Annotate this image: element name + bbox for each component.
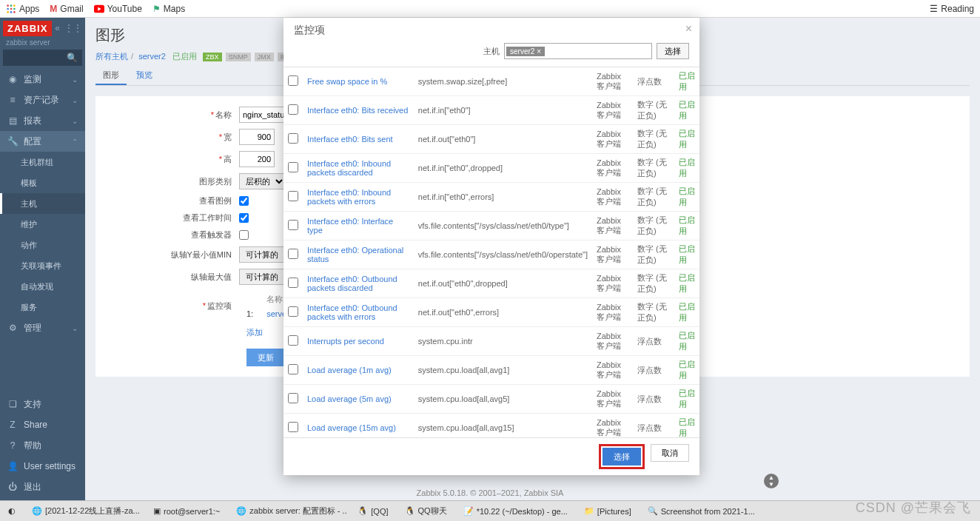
- row-checkbox[interactable]: [288, 75, 298, 86]
- row-checkbox[interactable]: [288, 422, 298, 432]
- taskbar-item[interactable]: ▣root@server1:~: [147, 502, 226, 520]
- subnav-maintenance[interactable]: 维护: [0, 214, 85, 235]
- row-checkbox[interactable]: [288, 335, 298, 346]
- item-name[interactable]: Interrupts per second: [303, 327, 414, 356]
- item-name[interactable]: Interface eth0: Outbound packets discard…: [303, 269, 414, 298]
- item-name[interactable]: Interface eth0: Outbound packets with er…: [303, 298, 414, 327]
- subnav-hostgroups[interactable]: 主机群组: [0, 152, 85, 172]
- nav-user[interactable]: 👤User settings: [0, 456, 85, 477]
- item-name[interactable]: Interface eth0: Bits received: [303, 96, 414, 125]
- gmail-shortcut[interactable]: MGmail: [50, 4, 83, 14]
- table-row[interactable]: Interface eth0: Interface typevfs.file.c…: [283, 212, 699, 241]
- table-row[interactable]: Interface eth0: Outbound packets discard…: [283, 269, 699, 298]
- item-name[interactable]: Load average (1m avg): [303, 356, 414, 385]
- width-input[interactable]: [239, 129, 275, 145]
- update-button[interactable]: 更新: [246, 349, 285, 366]
- collapse-icon[interactable]: «: [55, 23, 60, 33]
- table-row[interactable]: Interface eth0: Inbound packets discarde…: [283, 154, 699, 183]
- item-name[interactable]: Free swap space in %: [303, 67, 414, 96]
- select-button[interactable]: 选择: [603, 448, 641, 465]
- sidebar: ZABBIX «⋮⋮ zabbix server 🔍 ◉监测⌄ ≡资产记录⌄ ▤…: [0, 18, 85, 500]
- subnav-discovery[interactable]: 自动发现: [0, 276, 85, 297]
- nav-support[interactable]: ❑支持: [0, 394, 85, 414]
- legend-checkbox[interactable]: [239, 196, 249, 206]
- taskbar-item[interactable]: 🌐zabbix server: 配置图标 - ...: [229, 502, 348, 520]
- worktime-checkbox[interactable]: [239, 213, 249, 223]
- item-name[interactable]: Interface eth0: Inbound packets with err…: [303, 183, 414, 212]
- menu-icon[interactable]: ⋮⋮: [64, 23, 82, 33]
- subnav-services[interactable]: 服务: [0, 297, 85, 317]
- taskbar-item[interactable]: 🔍Screenshot from 2021-1...: [641, 502, 759, 520]
- row-checkbox[interactable]: [288, 364, 298, 374]
- host-select-button[interactable]: 选择: [657, 43, 689, 59]
- table-row[interactable]: Interface eth0: Inbound packets with err…: [283, 183, 699, 212]
- remove-tag-icon[interactable]: ×: [537, 47, 541, 56]
- row-checkbox[interactable]: [288, 104, 298, 115]
- graphtype-select[interactable]: 层积的: [239, 173, 286, 189]
- item-status: 已启用: [674, 356, 699, 385]
- table-row[interactable]: Interface eth0: Bits receivednet.if.in["…: [283, 96, 699, 125]
- taskbar-item[interactable]: 🌐[2021-12-22线上直播-za...: [25, 502, 144, 520]
- row-checkbox[interactable]: [288, 278, 298, 288]
- table-row[interactable]: Load average (5m avg)system.cpu.load[all…: [283, 385, 699, 414]
- row-checkbox[interactable]: [288, 306, 298, 317]
- taskbar-item[interactable]: 🐧[QQ]: [351, 502, 395, 520]
- cancel-button[interactable]: 取消: [651, 444, 689, 462]
- youtube-shortcut[interactable]: YouTube: [94, 4, 142, 14]
- row-checkbox[interactable]: [288, 393, 298, 403]
- item-name[interactable]: Interface eth0: Bits sent: [303, 125, 414, 154]
- row-checkbox[interactable]: [288, 249, 298, 259]
- nav-inventory[interactable]: ≡资产记录⌄: [0, 90, 85, 110]
- sidebar-search[interactable]: 🔍: [3, 50, 82, 66]
- subnav-templates[interactable]: 模板: [0, 172, 85, 193]
- item-name[interactable]: Interface eth0: Interface type: [303, 212, 414, 241]
- item-name[interactable]: Interface eth0: Inbound packets discarde…: [303, 154, 414, 183]
- item-name[interactable]: Interface eth0: Operational status: [303, 241, 414, 269]
- apps-shortcut[interactable]: Apps: [6, 4, 39, 14]
- table-row[interactable]: Interface eth0: Bits sentnet.if.out["eth…: [283, 125, 699, 154]
- taskbar-item[interactable]: 📁[Pictures]: [577, 502, 638, 520]
- item-type: 数字 (无正负): [633, 183, 674, 212]
- item-name[interactable]: Load average (5m avg): [303, 385, 414, 414]
- table-row[interactable]: Interrupts per secondsystem.cpu.intrZabb…: [283, 327, 699, 356]
- nav-monitoring[interactable]: ◉监测⌄: [0, 69, 85, 90]
- maps-shortcut[interactable]: ⚑Maps: [152, 4, 185, 14]
- reading-list[interactable]: ☰Reading: [930, 4, 974, 14]
- crumb-server[interactable]: server2: [138, 52, 166, 61]
- item-type: 浮点数: [633, 356, 674, 385]
- item-name[interactable]: Load average (15m avg): [303, 414, 414, 438]
- nav-logout[interactable]: ⏻退出: [0, 477, 85, 497]
- scroll-indicator[interactable]: [764, 474, 779, 488]
- item-type: 数字 (无正负): [633, 298, 674, 327]
- table-row[interactable]: Free swap space in %system.swap.size[,pf…: [283, 67, 699, 96]
- row-checkbox[interactable]: [288, 162, 298, 172]
- row-checkbox[interactable]: [288, 191, 298, 201]
- subnav-actions[interactable]: 动作: [0, 235, 85, 255]
- modal-body[interactable]: Free swap space in %system.swap.size[,pf…: [283, 67, 699, 437]
- nav-help[interactable]: ?帮助: [0, 435, 85, 456]
- item-source: Zabbix 客户端: [592, 269, 633, 298]
- table-row[interactable]: Load average (1m avg)system.cpu.load[all…: [283, 356, 699, 385]
- nav-configuration[interactable]: 🔧配置⌃: [0, 131, 85, 152]
- nav-administration[interactable]: ⚙管理⌄: [0, 317, 85, 338]
- crumb-allhosts[interactable]: 所有主机: [95, 52, 128, 61]
- nav-reports[interactable]: ▤报表⌄: [0, 110, 85, 131]
- item-type: 数字 (无正负): [633, 96, 674, 125]
- nav-share[interactable]: ZShare: [0, 414, 85, 435]
- row-checkbox[interactable]: [288, 133, 298, 144]
- taskbar-item[interactable]: 🐧QQ聊天: [398, 502, 454, 520]
- table-row[interactable]: Interface eth0: Operational statusvfs.fi…: [283, 241, 699, 269]
- table-row[interactable]: Load average (15m avg)system.cpu.load[al…: [283, 414, 699, 438]
- table-row[interactable]: Interface eth0: Outbound packets with er…: [283, 298, 699, 327]
- subnav-hosts[interactable]: 主机: [0, 193, 85, 214]
- height-input[interactable]: [239, 151, 275, 167]
- tab-preview[interactable]: 预览: [129, 67, 160, 84]
- start-button[interactable]: ◐: [1, 502, 22, 520]
- row-checkbox[interactable]: [288, 220, 298, 230]
- tab-graph[interactable]: 图形: [95, 67, 127, 85]
- close-icon[interactable]: ×: [685, 22, 692, 36]
- taskbar-item[interactable]: 📝*10.22 (~/Desktop) - ge...: [457, 502, 574, 520]
- host-input[interactable]: server2×: [504, 43, 652, 59]
- trigger-checkbox[interactable]: [239, 230, 249, 240]
- subnav-correlation[interactable]: 关联项事件: [0, 255, 85, 276]
